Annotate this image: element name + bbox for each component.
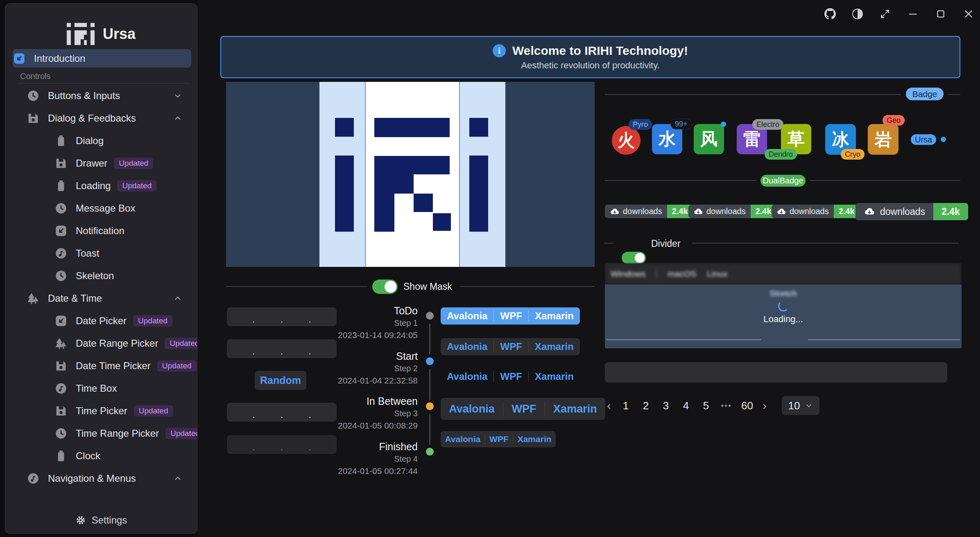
option-xamarin[interactable]: Xamarin — [518, 434, 552, 444]
sidebar-item-label: Date Picker — [76, 315, 127, 327]
sidebar-item-label: Date & Time — [48, 293, 102, 304]
page-size-value: 10 — [788, 399, 800, 412]
trees-icon — [27, 292, 40, 305]
option-avalonia[interactable]: Avalonia — [447, 371, 487, 382]
text-input[interactable] — [605, 362, 947, 383]
page-next-button[interactable]: › — [763, 399, 767, 413]
gear-icon — [75, 515, 86, 526]
sidebar-item-label: Dialog & Feedbacks — [48, 113, 136, 124]
tab-windows[interactable]: Windows — [611, 269, 645, 279]
chevron-down-icon — [805, 402, 813, 410]
sidebar-item-introduction[interactable]: Introduction — [13, 49, 191, 68]
sidebar-item-label: Date Range Picker — [76, 338, 158, 349]
sidebar-item-label: Skeleton — [76, 270, 114, 282]
sidebar-section-divider — [18, 83, 190, 83]
step-dot-start — [426, 357, 434, 365]
loading-spinner-icon — [778, 301, 789, 311]
step-item: Finished Step 4 2024-01-05 00:27:44 — [270, 440, 418, 477]
option-avalonia[interactable]: Avalonia — [447, 341, 487, 352]
divider-line — [460, 286, 595, 287]
option-avalonia[interactable]: Avalonia — [447, 310, 487, 322]
page-button-3[interactable]: 3 — [661, 399, 671, 412]
sidebar-group-dialog-feedbacks[interactable]: Dialog & Feedbacks — [13, 109, 191, 127]
sidebar-item-time-range-picker[interactable]: Time Range Picker Updated — [13, 424, 191, 442]
clock-icon — [54, 427, 68, 440]
music-note-icon — [54, 247, 68, 260]
sidebar-item-message-box[interactable]: Message Box — [13, 199, 191, 217]
divider-toggle[interactable] — [622, 252, 646, 264]
updated-badge: Updated — [165, 338, 197, 349]
divider-label: Divider — [651, 238, 681, 249]
page-size-dropdown[interactable]: 10 — [782, 396, 819, 415]
option-wpf[interactable]: WPF — [500, 371, 522, 382]
sidebar-group-navigation-menus[interactable]: Navigation & Menus — [13, 469, 191, 487]
chevron-up-icon — [173, 474, 182, 483]
step-item: In Between Step 3 2024-01-05 00:08:29 — [270, 395, 418, 431]
option-wpf[interactable]: WPF — [500, 310, 522, 322]
downloads-badge-button[interactable]: downloads 2.4k — [688, 205, 776, 218]
sidebar-group-date-time[interactable]: Date & Time — [13, 289, 191, 307]
settings-button[interactable]: Settings — [5, 510, 197, 530]
sidebar-item-label: Drawer — [76, 158, 107, 169]
option-xamarin[interactable]: Xamarin — [535, 371, 574, 382]
sidebar-item-time-box[interactable]: Time Box — [13, 379, 191, 397]
show-mask-toggle[interactable] — [372, 280, 398, 294]
platform-group-filled: Avalonia WPF Xamarin — [441, 307, 580, 325]
tab-macos[interactable]: macOS — [668, 269, 696, 279]
window-controls — [824, 5, 974, 23]
option-wpf[interactable]: WPF — [500, 341, 522, 352]
updated-badge: Updated — [133, 315, 172, 327]
downloads-badge-button[interactable]: downloads 2.4k — [772, 205, 860, 218]
clock-icon — [54, 269, 68, 282]
theme-toggle-icon[interactable] — [852, 9, 863, 19]
chevron-down-icon — [173, 91, 182, 100]
downloads-badge-button-large[interactable]: downloads 2.4k — [856, 203, 968, 220]
page-button-4[interactable]: 4 — [681, 399, 691, 412]
updated-badge: Updated — [157, 360, 197, 372]
sidebar-item-drawer[interactable]: Drawer Updated — [13, 154, 191, 172]
badge-dot — [941, 137, 946, 142]
sidebar-item-toast[interactable]: Toast — [13, 244, 191, 262]
updated-badge: Updated — [165, 428, 197, 439]
app-title: Ursa — [103, 25, 136, 43]
step-dot-todo — [426, 312, 434, 320]
minimize-icon[interactable] — [907, 8, 919, 20]
divider-line — [692, 243, 959, 244]
tab-linux[interactable]: Linux — [707, 269, 727, 279]
option-wpf[interactable]: WPF — [512, 403, 536, 415]
chevron-up-icon — [173, 294, 182, 303]
option-wpf[interactable]: WPF — [489, 434, 509, 444]
loading-panel: Windows macOS Linux Stretch Loading... — [605, 263, 962, 348]
sidebar-item-date-time-picker[interactable]: Date Time Picker Updated — [13, 356, 191, 375]
sidebar-item-loading[interactable]: Loading Updated — [13, 176, 191, 195]
page-button-1[interactable]: 1 — [620, 399, 631, 412]
option-avalonia[interactable]: Avalonia — [449, 403, 495, 415]
sidebar-group-buttons-inputs[interactable]: Buttons & Inputs — [13, 86, 191, 105]
sidebar-item-date-picker[interactable]: Date Picker Updated — [13, 311, 191, 330]
sidebar-item-clock[interactable]: Clock — [13, 447, 191, 465]
sidebar-item-dialog[interactable]: Dialog — [13, 131, 191, 150]
option-xamarin[interactable]: Xamarin — [535, 310, 574, 322]
battery-icon — [54, 449, 68, 463]
option-xamarin[interactable]: Xamarin — [535, 341, 574, 352]
expand-icon[interactable] — [879, 8, 891, 20]
github-icon[interactable] — [824, 8, 836, 20]
sidebar-item-date-range-picker[interactable]: Date Range Picker Updated — [13, 334, 191, 352]
downloads-badge-button[interactable]: downloads 2.4k — [605, 205, 693, 218]
page-button-60[interactable]: 60 — [741, 399, 753, 412]
page-button-2[interactable]: 2 — [641, 399, 651, 412]
option-xamarin[interactable]: Xamarin — [553, 403, 597, 415]
step-connector — [429, 369, 430, 400]
page-prev-button[interactable]: ‹ — [607, 399, 611, 413]
sidebar-item-time-picker[interactable]: Time Picker Updated — [13, 402, 191, 420]
sidebar-item-skeleton[interactable]: Skeleton — [13, 266, 191, 285]
check-arrow-icon — [54, 314, 68, 327]
avatar-pyro: 火 — [612, 126, 641, 155]
sidebar-item-notification[interactable]: Notification — [13, 221, 191, 240]
loading-overlay: Stretch Loading... — [605, 284, 962, 348]
page-button-5[interactable]: 5 — [701, 399, 711, 412]
chevron-up-icon — [173, 114, 182, 123]
close-icon[interactable] — [963, 8, 974, 20]
option-avalonia[interactable]: Avalonia — [445, 434, 480, 444]
maximize-icon[interactable] — [935, 8, 946, 20]
